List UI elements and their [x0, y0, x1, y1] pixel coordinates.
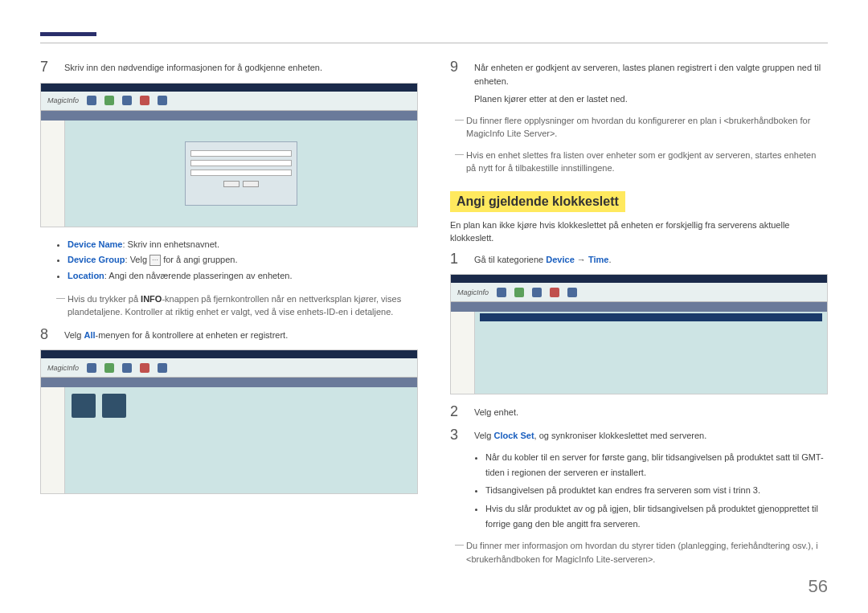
step-number-1: 1	[450, 251, 465, 267]
screenshot-brand: MagicInfo	[47, 96, 79, 104]
step-7-text: Skriv inn den nødvendige informasjonen f…	[64, 59, 418, 75]
left-column: 7 Skriv inn den nødvendige informasjonen…	[40, 59, 418, 574]
step-3-text: Velg Clock Set, og synkroniser klokkesle…	[474, 427, 828, 443]
ellipsis-icon: ⋯	[149, 255, 161, 266]
note-device-delete: Hvis en enhet slettes fra listen over en…	[455, 149, 828, 175]
bullet-device-group: Device Group: Velg ⋯ for å angi gruppen.	[68, 252, 418, 268]
approve-dialog	[185, 141, 297, 206]
note-plan-config: Du finner flere opplysninger om hvordan …	[455, 114, 828, 141]
page-number: 56	[809, 576, 828, 597]
step-number-7: 7	[40, 59, 55, 75]
right-column: 9 Når enheten er godkjent av serveren, l…	[450, 59, 828, 574]
step-9-text: Når enheten er godkjent av serveren, las…	[474, 59, 828, 106]
screenshot-approve-device: MagicInfo	[40, 83, 418, 227]
time-note-2: Tidsangivelsen på produktet kan endres f…	[485, 483, 828, 498]
time-note-1: Når du kobler til en server for første g…	[485, 450, 828, 480]
bullet-location: Location: Angi den nåværende plasseringe…	[68, 268, 418, 284]
step-9: 9 Når enheten er godkjent av serveren, l…	[450, 59, 828, 106]
device-thumbnails	[65, 387, 417, 424]
step-number-9: 9	[450, 59, 465, 106]
location-label: Location	[68, 271, 104, 280]
screenshot-device-time: MagicInfo	[450, 274, 828, 394]
field-bullets: Device Name: Skriv inn enhetsnavnet. Dev…	[56, 237, 418, 284]
step-2-text: Velg enhet.	[474, 404, 828, 419]
step-1: 1 Gå til kategoriene Device → Time.	[450, 251, 828, 267]
step-3: 3 Velg Clock Set, og synkroniser klokkes…	[450, 427, 828, 443]
header-divider	[40, 43, 828, 43]
step-number-8: 8	[40, 327, 55, 342]
device-group-label: Device Group	[68, 255, 125, 264]
screenshot-brand-2: MagicInfo	[47, 364, 79, 372]
two-column-layout: 7 Skriv inn den nødvendige informasjonen…	[40, 59, 828, 574]
step-1-text: Gå til kategoriene Device → Time.	[474, 251, 828, 267]
screenshot-all-menu: MagicInfo	[40, 349, 418, 494]
step-number-2: 2	[450, 404, 465, 419]
header-rule	[40, 32, 96, 36]
step-8-text: Velg All-menyen for å kontrollere at enh…	[64, 327, 418, 342]
time-notes: Når du kobler til en server for første g…	[474, 450, 828, 531]
step-2: 2 Velg enhet.	[450, 404, 828, 419]
time-intro: En plan kan ikke kjøre hvis klokkeslette…	[450, 219, 828, 245]
heading-set-time: Angi gjeldende klokkeslett	[450, 191, 625, 212]
note-time-more-info: Du finner mer informasjon om hvordan du …	[455, 539, 828, 566]
time-note-3: Hvis du slår produktet av og på igjen, b…	[485, 501, 828, 531]
screenshot-brand-3: MagicInfo	[457, 288, 489, 296]
step-number-3: 3	[450, 427, 465, 443]
device-name-label: Device Name	[68, 239, 123, 249]
note-info-button: Hvis du trykker på INFO-knappen på fjern…	[56, 292, 418, 319]
bullet-device-name: Device Name: Skriv inn enhetsnavnet.	[68, 237, 418, 253]
step-7: 7 Skriv inn den nødvendige informasjonen…	[40, 59, 418, 75]
step-8: 8 Velg All-menyen for å kontrollere at e…	[40, 327, 418, 342]
